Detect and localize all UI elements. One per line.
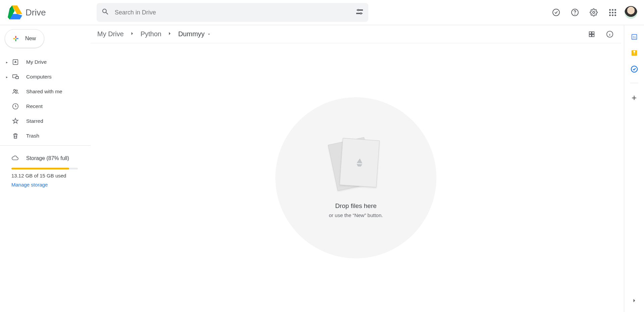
offline-ready-icon[interactable] (549, 6, 563, 19)
divider (0, 145, 91, 146)
add-addon-icon[interactable]: + (632, 93, 637, 102)
nav-my-drive[interactable]: ▸ My Drive (0, 55, 91, 69)
nav-shared[interactable]: Shared with me (0, 84, 91, 99)
calendar-icon[interactable]: 31 (631, 33, 638, 41)
empty-state-subtitle: or use the “New” button. (329, 212, 383, 218)
svg-rect-19 (589, 34, 591, 36)
star-icon (11, 117, 19, 125)
svg-text:31: 31 (632, 36, 636, 39)
svg-rect-12 (16, 76, 18, 79)
search-filter-icon[interactable] (356, 8, 364, 17)
divider (630, 83, 638, 83)
nav-section: ▸ My Drive ▸ Computers Shared with me Re… (0, 55, 91, 143)
empty-folder-dropzone[interactable]: Drop files here or use the “New” button. (91, 43, 621, 312)
nav-computers[interactable]: ▸ Computers (0, 69, 91, 84)
chevron-right-icon (129, 31, 135, 38)
side-panel: 31 + (624, 25, 644, 312)
nav-label: Shared with me (26, 89, 62, 95)
breadcrumb-segment[interactable]: Python (139, 29, 163, 39)
computer-icon (11, 73, 19, 81)
breadcrumb-current-label: Dummyy (178, 30, 205, 38)
nav-label: Starred (26, 118, 43, 124)
svg-point-9 (593, 11, 595, 13)
help-icon[interactable] (568, 6, 582, 19)
storage-usage-text: 13.12 GB of 15 GB used (11, 173, 91, 178)
cloud-icon (11, 154, 19, 162)
nav-recent[interactable]: Recent (0, 99, 91, 114)
search-icon (101, 8, 109, 17)
new-button-label: New (25, 36, 36, 42)
svg-rect-18 (592, 32, 594, 34)
svg-point-4 (358, 9, 359, 11)
storage-label: Storage (87% full) (26, 155, 69, 161)
svg-point-5 (360, 13, 362, 14)
nav-label: Computers (26, 74, 52, 80)
svg-point-8 (575, 14, 575, 14)
manage-storage-link[interactable]: Manage storage (11, 182, 91, 188)
empty-state: Drop files here or use the “New” button. (275, 97, 436, 258)
svg-rect-20 (592, 34, 594, 36)
nav-label: My Drive (26, 59, 47, 65)
drive-logo-icon (7, 5, 22, 20)
breadcrumb-current[interactable]: Dummyy (176, 29, 213, 39)
svg-point-6 (553, 9, 559, 16)
trash-icon (11, 132, 19, 140)
nav-trash[interactable]: Trash (0, 128, 91, 143)
empty-state-illustration (332, 137, 379, 194)
search-input[interactable] (115, 9, 356, 16)
dropdown-icon (207, 32, 211, 37)
breadcrumb-segment[interactable]: My Drive (95, 29, 126, 39)
nav-label: Recent (26, 103, 43, 109)
tasks-icon[interactable] (631, 65, 638, 73)
empty-state-title: Drop files here (335, 202, 377, 210)
collapse-panel-icon[interactable] (631, 297, 638, 305)
sidebar: New ▸ My Drive ▸ Computers Shared with m… (0, 25, 91, 312)
nav-label: Trash (26, 133, 39, 139)
keep-icon[interactable] (631, 49, 638, 57)
storage-section: Storage (87% full) 13.12 GB of 15 GB use… (0, 148, 91, 188)
account-avatar[interactable] (625, 6, 637, 19)
nav-storage[interactable]: Storage (87% full) (6, 151, 91, 166)
details-icon[interactable] (603, 28, 616, 41)
new-button[interactable]: New (5, 29, 44, 48)
drive-icon (11, 58, 19, 66)
storage-progress (11, 168, 78, 169)
breadcrumb-bar: My Drive Python Dummyy (91, 25, 621, 43)
grid-view-icon[interactable] (585, 28, 598, 41)
svg-point-14 (14, 90, 16, 92)
clock-icon (11, 102, 19, 110)
svg-rect-17 (589, 32, 591, 34)
svg-point-15 (16, 90, 17, 92)
expand-icon[interactable]: ▸ (6, 60, 10, 64)
settings-icon[interactable] (587, 6, 600, 19)
search-bar[interactable] (97, 3, 368, 22)
app-header: Drive (0, 0, 644, 25)
people-icon (11, 88, 19, 96)
product-name: Drive (25, 7, 46, 18)
chevron-right-icon (167, 31, 173, 38)
nav-starred[interactable]: Starred (0, 114, 91, 128)
main-content: My Drive Python Dummyy (91, 25, 624, 312)
google-apps-icon[interactable] (606, 6, 619, 19)
drive-logo-link[interactable]: Drive (7, 5, 97, 20)
header-actions (549, 6, 637, 19)
expand-icon[interactable]: ▸ (6, 75, 10, 79)
plus-icon (11, 34, 20, 43)
